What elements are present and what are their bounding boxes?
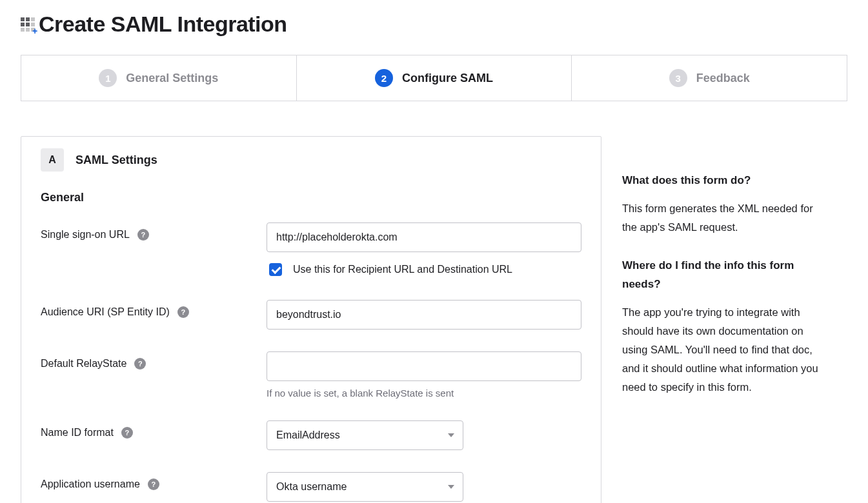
page-header: + Create SAML Integration [21, 12, 847, 37]
step-number: 2 [375, 69, 393, 87]
step-number: 1 [99, 69, 117, 87]
row-sso-url: Single sign-on URL ? Use this for Recipi… [41, 222, 581, 278]
section-general-title: General [41, 191, 581, 204]
sso-url-checkbox-row[interactable]: Use this for Recipient URL and Destinati… [267, 261, 581, 278]
help-icon[interactable]: ? [177, 306, 189, 318]
relay-state-hint: If no value is set, a blank RelayState i… [267, 388, 581, 399]
help-q1: What does this form do? [622, 171, 829, 190]
page-title: Create SAML Integration [39, 12, 287, 37]
wizard-stepper: 1 General Settings 2 Configure SAML 3 Fe… [21, 55, 847, 101]
section-letter-badge: A [41, 148, 64, 172]
step-general-settings[interactable]: 1 General Settings [21, 55, 297, 101]
help-icon[interactable]: ? [137, 229, 149, 241]
step-label: Configure SAML [402, 72, 493, 85]
side-help-panel: What does this form do? This form genera… [622, 136, 829, 415]
nameid-format-label: Name ID format [41, 427, 114, 439]
help-icon[interactable]: ? [134, 358, 146, 370]
application-username-select[interactable] [267, 472, 463, 502]
step-number: 3 [669, 69, 687, 87]
help-a1: This form generates the XML needed for t… [622, 199, 829, 237]
card-title: SAML Settings [76, 153, 157, 167]
sso-url-input[interactable] [267, 222, 581, 252]
nameid-format-value[interactable] [267, 420, 463, 450]
help-icon[interactable]: ? [121, 427, 133, 439]
application-username-value[interactable] [267, 472, 463, 502]
help-q2: Where do I find the info this form needs… [622, 256, 829, 295]
audience-uri-input[interactable] [267, 300, 581, 330]
help-a2: The app you're trying to integrate with … [622, 303, 829, 396]
sso-url-label: Single sign-on URL [41, 229, 130, 241]
step-feedback[interactable]: 3 Feedback [572, 55, 847, 101]
app-integration-icon: + [21, 17, 35, 32]
help-icon[interactable]: ? [148, 478, 159, 490]
application-username-label: Application username [41, 478, 140, 490]
relay-state-label: Default RelayState [41, 358, 126, 370]
step-configure-saml[interactable]: 2 Configure SAML [297, 55, 572, 101]
audience-uri-label: Audience URI (SP Entity ID) [41, 306, 170, 318]
relay-state-input[interactable] [267, 351, 581, 381]
row-audience-uri: Audience URI (SP Entity ID) ? [41, 300, 581, 330]
step-label: General Settings [126, 72, 218, 85]
sso-url-checkbox-label: Use this for Recipient URL and Destinati… [293, 264, 512, 275]
row-nameid-format: Name ID format ? [41, 420, 581, 450]
nameid-format-select[interactable] [267, 420, 463, 450]
step-label: Feedback [696, 72, 750, 85]
use-for-recipient-checkbox[interactable] [269, 263, 282, 276]
row-relay-state: Default RelayState ? If no value is set,… [41, 351, 581, 399]
row-application-username: Application username ? [41, 472, 581, 502]
saml-settings-card: A SAML Settings General Single sign-on U… [21, 136, 601, 503]
